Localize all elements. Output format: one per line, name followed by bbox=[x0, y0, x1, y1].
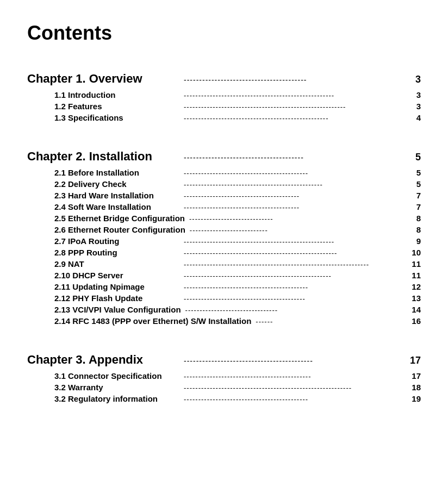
entry-1-3-title: 1.3 Specifications bbox=[54, 113, 179, 122]
entry-2-1-dots: ----------------------------------------… bbox=[179, 169, 405, 177]
entry-2-14-page: 16 bbox=[405, 316, 421, 326]
entry-3-3-page: 19 bbox=[405, 394, 421, 403]
chapter-2-title: Chapter 2. Installation bbox=[27, 149, 179, 164]
toc-entry-2-13: 2.13 VCI/VPI Value Configuration--------… bbox=[27, 305, 421, 314]
toc-entry-2-3: 2.3 Hard Ware Installation--------------… bbox=[27, 191, 421, 200]
entry-3-3-dots: ----------------------------------------… bbox=[179, 395, 405, 403]
entry-2-10-title: 2.10 DHCP Server bbox=[54, 271, 179, 280]
chapter-2-section: Chapter 2. Installation-----------------… bbox=[27, 149, 421, 326]
toc-entry-1-2: 1.2 Features----------------------------… bbox=[27, 102, 421, 111]
page-title: Contents bbox=[27, 22, 421, 45]
entry-2-9-page: 11 bbox=[405, 259, 421, 269]
entry-2-4-page: 7 bbox=[405, 202, 421, 211]
entry-2-5-page: 8 bbox=[405, 214, 421, 223]
entry-1-2-page: 3 bbox=[405, 102, 421, 111]
toc-entry-2-14: 2.14 RFC 1483 (PPP over Ethernet) S/W In… bbox=[27, 316, 421, 326]
entry-2-6-page: 8 bbox=[405, 225, 421, 234]
toc-entry-1-1: 1.1 Introduction------------------------… bbox=[27, 90, 421, 99]
entry-2-7-dots: ----------------------------------------… bbox=[179, 238, 405, 246]
toc-entry-2-11: 2.11 Updating Npimage-------------------… bbox=[27, 282, 421, 291]
entry-2-12-dots: ----------------------------------------… bbox=[179, 295, 405, 303]
entry-2-3-page: 7 bbox=[405, 191, 421, 200]
entry-3-1-dots: ----------------------------------------… bbox=[179, 372, 405, 380]
chapter-2-page: 5 bbox=[405, 152, 421, 163]
toc-entry-1-3: 1.3 Specifications----------------------… bbox=[27, 113, 421, 122]
entry-2-2-title: 2.2 Delivery Check bbox=[54, 179, 179, 189]
toc-entry-2-5: 2.5 Ethernet Bridge Configuration-------… bbox=[27, 214, 421, 223]
entry-2-4-title: 2.4 Soft Ware Installation bbox=[54, 202, 179, 211]
entry-1-2-dots: ----------------------------------------… bbox=[179, 103, 405, 111]
entry-2-13-dots: -------------------------------- bbox=[181, 306, 405, 314]
chapter-3-section: Chapter 3. Appendix---------------------… bbox=[27, 353, 421, 403]
entry-2-3-title: 2.3 Hard Ware Installation bbox=[54, 191, 179, 200]
entry-2-14-title: 2.14 RFC 1483 (PPP over Ethernet) S/W In… bbox=[54, 316, 251, 326]
entry-2-8-dots: ----------------------------------------… bbox=[179, 249, 405, 257]
toc-entry-2-2: 2.2 Delivery Check----------------------… bbox=[27, 179, 421, 189]
entry-1-2-title: 1.2 Features bbox=[54, 102, 179, 111]
entry-2-11-dots: ----------------------------------------… bbox=[179, 283, 405, 291]
entry-3-1-title: 3.1 Connector Specification bbox=[54, 371, 179, 380]
entry-1-1-title: 1.1 Introduction bbox=[54, 90, 179, 99]
entry-3-2-dots: ----------------------------------------… bbox=[179, 384, 405, 392]
toc-entry-3-2: 3.2 Warranty----------------------------… bbox=[27, 383, 421, 392]
toc-entry-2-1: 2.1 Before Installation-----------------… bbox=[27, 168, 421, 177]
toc-entry-2-9: 2.9 NAT---------------------------------… bbox=[27, 259, 421, 269]
entry-2-4-dots: ---------------------------------------- bbox=[179, 203, 405, 211]
entry-1-3-dots: ----------------------------------------… bbox=[179, 114, 405, 122]
toc-entry-2-4: 2.4 Soft Ware Installation--------------… bbox=[27, 202, 421, 211]
toc-entry-2-8: 2.8 PPP Routing-------------------------… bbox=[27, 248, 421, 257]
entry-2-1-title: 2.1 Before Installation bbox=[54, 168, 179, 177]
entry-2-3-dots: ---------------------------------------- bbox=[179, 192, 405, 200]
entry-2-9-title: 2.9 NAT bbox=[54, 259, 179, 269]
entry-2-7-page: 9 bbox=[405, 236, 421, 246]
entry-2-8-page: 10 bbox=[405, 248, 421, 257]
chapter-1-title: Chapter 1. Overview bbox=[27, 72, 179, 86]
toc-entry-2-12: 2.12 PHY Flash Update-------------------… bbox=[27, 294, 421, 303]
entry-1-1-dots: ----------------------------------------… bbox=[179, 91, 405, 99]
chapter-2-dots: --------------------------------------- bbox=[179, 153, 405, 162]
entry-2-2-page: 5 bbox=[405, 179, 421, 189]
entry-3-3-title: 3.2 Regulatory information bbox=[54, 394, 179, 403]
entry-2-13-title: 2.13 VCI/VPI Value Configuration bbox=[54, 305, 181, 314]
entry-2-5-title: 2.5 Ethernet Bridge Configuration bbox=[54, 214, 185, 223]
entry-2-2-dots: ----------------------------------------… bbox=[179, 180, 405, 189]
toc-entry-2-7: 2.7 IPoA Routing------------------------… bbox=[27, 236, 421, 246]
chapter-1-dots: ---------------------------------------- bbox=[179, 76, 405, 84]
entry-2-8-title: 2.8 PPP Routing bbox=[54, 248, 179, 257]
entry-2-7-title: 2.7 IPoA Routing bbox=[54, 236, 179, 246]
entry-2-5-dots: ----------------------------- bbox=[185, 215, 405, 223]
entry-2-12-page: 13 bbox=[405, 294, 421, 303]
entry-2-12-title: 2.12 PHY Flash Update bbox=[54, 294, 179, 303]
chapter-3-page: 17 bbox=[405, 355, 421, 366]
toc-entry-2-10: 2.10 DHCP Server------------------------… bbox=[27, 271, 421, 280]
toc-entry-3-1: 3.1 Connector Specification-------------… bbox=[27, 371, 421, 380]
entry-2-14-dots: ------ bbox=[251, 317, 405, 326]
entry-2-6-title: 2.6 Ethernet Router Configuration bbox=[54, 225, 185, 234]
entry-2-6-dots: --------------------------- bbox=[185, 226, 405, 234]
toc-entry-3-3: 3.2 Regulatory information--------------… bbox=[27, 394, 421, 403]
entry-2-9-dots: ----------------------------------------… bbox=[179, 260, 405, 269]
entry-3-1-page: 17 bbox=[405, 371, 421, 380]
entry-1-3-page: 4 bbox=[405, 113, 421, 122]
entry-2-13-page: 14 bbox=[405, 305, 421, 314]
chapter-3-dots: ----------------------------------------… bbox=[179, 357, 405, 365]
entry-3-2-page: 18 bbox=[405, 383, 421, 392]
chapter-1-section: Chapter 1. Overview---------------------… bbox=[27, 72, 421, 122]
toc-container: Chapter 1. Overview---------------------… bbox=[27, 61, 421, 403]
entry-2-11-title: 2.11 Updating Npimage bbox=[54, 282, 179, 291]
entry-3-2-title: 3.2 Warranty bbox=[54, 383, 179, 392]
entry-2-11-page: 12 bbox=[405, 282, 421, 291]
entry-2-10-dots: ----------------------------------------… bbox=[179, 272, 405, 280]
entry-2-10-page: 11 bbox=[405, 271, 421, 280]
entry-1-1-page: 3 bbox=[405, 90, 421, 99]
chapter-1-page: 3 bbox=[405, 74, 421, 85]
toc-entry-2-6: 2.6 Ethernet Router Configuration-------… bbox=[27, 225, 421, 234]
entry-2-1-page: 5 bbox=[405, 168, 421, 177]
chapter-3-title: Chapter 3. Appendix bbox=[27, 353, 179, 367]
